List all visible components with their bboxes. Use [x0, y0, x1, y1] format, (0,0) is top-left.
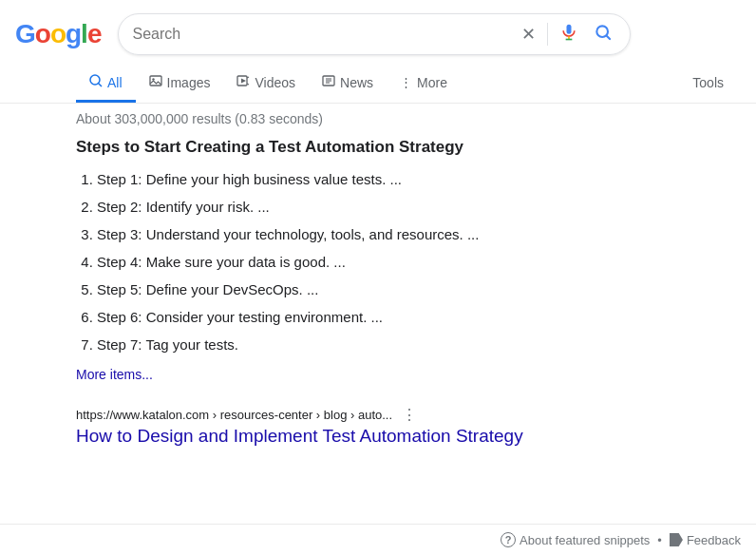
svg-rect-0: [567, 25, 572, 34]
tab-more[interactable]: ⋮ More: [387, 66, 461, 103]
snippet-title: Steps to Start Creating a Test Automatio…: [76, 138, 646, 157]
list-item: Step 2: Identify your risk. ...: [97, 194, 646, 220]
search-bar: how to build an automation strategy ✕: [118, 13, 631, 55]
nav-tools: Tools: [679, 66, 756, 103]
news-icon: [322, 74, 335, 90]
about-snippets-label: About featured snippets: [520, 533, 650, 547]
list-item: Step 4: Make sure your data is good. ...: [97, 249, 646, 275]
tab-videos-label: Videos: [255, 75, 295, 90]
images-icon: [149, 74, 162, 90]
search-button[interactable]: [590, 23, 616, 46]
tab-all-label: All: [107, 75, 123, 90]
list-item: Step 6: Consider your testing environmen…: [97, 304, 646, 330]
tab-all[interactable]: All: [76, 65, 136, 103]
google-logo: Google: [15, 19, 101, 49]
tab-videos[interactable]: Videos: [223, 65, 309, 103]
more-items-link[interactable]: More items...: [76, 367, 153, 382]
result-more-icon[interactable]: ⋮: [402, 406, 417, 424]
clear-icon[interactable]: ✕: [518, 24, 539, 45]
svg-line-3: [99, 84, 103, 87]
tab-news[interactable]: News: [309, 65, 387, 103]
footer: ? About featured snippets • Feedback: [0, 524, 756, 555]
voice-search-icon[interactable]: [556, 23, 582, 46]
list-item: Step 3: Understand your technology, tool…: [97, 221, 646, 247]
result-url: https://www.katalon.com › resources-cent…: [76, 408, 392, 422]
footer-bullet: •: [657, 533, 662, 547]
tab-images-label: Images: [167, 75, 211, 90]
tools-label: Tools: [692, 75, 724, 90]
results-count: About 303,000,000 results (0.83 seconds): [0, 104, 756, 134]
search-divider: [547, 23, 548, 46]
feedback-button[interactable]: Feedback: [670, 533, 741, 547]
feedback-label: Feedback: [687, 533, 741, 547]
more-icon: ⋮: [400, 75, 412, 89]
featured-snippet: Steps to Start Creating a Test Automatio…: [0, 134, 646, 392]
list-item: Step 1: Define your high business value …: [97, 166, 646, 192]
result-url-row: https://www.katalon.com › resources-cent…: [76, 406, 646, 424]
about-snippets-icon[interactable]: ?: [501, 532, 516, 547]
search-input[interactable]: how to build an automation strategy: [132, 26, 510, 43]
all-icon: [89, 74, 103, 90]
nav-tabs: All Images Videos: [0, 65, 756, 104]
tab-news-label: News: [340, 75, 373, 90]
tab-more-label: More: [417, 75, 447, 90]
svg-marker-7: [241, 79, 246, 84]
first-result: https://www.katalon.com › resources-cent…: [0, 392, 646, 456]
tools-button[interactable]: Tools: [679, 66, 737, 103]
result-title-link[interactable]: How to Design and Implement Test Automat…: [76, 426, 646, 447]
feedback-icon: [670, 533, 683, 546]
list-item: Step 5: Define your DevSecOps. ...: [97, 277, 646, 302]
videos-icon: [236, 74, 250, 90]
list-item: Step 7: Tag your tests.: [97, 332, 646, 357]
header: Google how to build an automation strate…: [0, 0, 756, 65]
tab-images[interactable]: Images: [136, 65, 224, 103]
snippet-steps-list: Step 1: Define your high business value …: [76, 166, 646, 357]
